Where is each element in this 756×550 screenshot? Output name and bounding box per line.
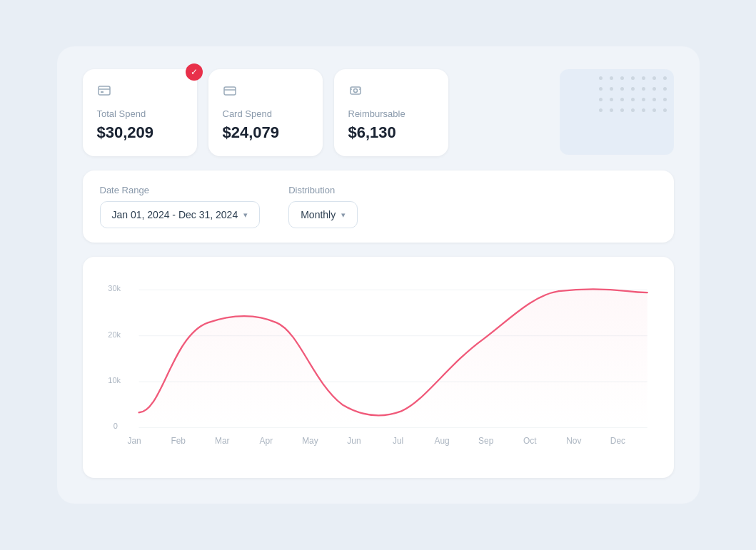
x-label-nov: Nov <box>566 437 581 447</box>
dot <box>610 87 613 91</box>
y-label-10k: 10k <box>108 376 121 385</box>
reimbursable-card[interactable]: Reimbursable $6,130 <box>334 69 448 156</box>
dot <box>599 76 603 80</box>
dot <box>652 98 656 101</box>
dot <box>642 76 645 80</box>
x-label-apr: Apr <box>259 437 273 447</box>
dot <box>642 98 645 101</box>
card-spend-label: Card Spend <box>223 108 306 119</box>
x-label-dec: Dec <box>610 437 625 447</box>
date-range-label: Date Range <box>100 185 261 195</box>
dot <box>620 98 624 101</box>
svg-rect-5 <box>351 87 361 94</box>
dot <box>620 87 624 91</box>
x-label-oct: Oct <box>523 437 537 447</box>
dot <box>599 108 603 112</box>
reimbursable-label: Reimbursable <box>348 108 431 119</box>
x-label-sep: Sep <box>478 437 494 447</box>
dot <box>663 98 667 101</box>
x-label-jan: Jan <box>127 437 141 447</box>
dot <box>610 98 613 101</box>
date-range-select[interactable]: Jan 01, 2024 - Dec 31, 2024 ▾ <box>100 201 261 228</box>
dot <box>663 108 667 112</box>
chevron-down-icon: ▾ <box>243 210 248 220</box>
total-spend-value: $30,209 <box>97 123 180 142</box>
dot <box>599 87 603 91</box>
date-range-value: Jan 01, 2024 - Dec 31, 2024 <box>112 209 238 220</box>
x-label-may: May <box>302 437 318 447</box>
svg-point-6 <box>353 89 357 93</box>
filter-panel: Date Range Jan 01, 2024 - Dec 31, 2024 ▾… <box>83 170 674 243</box>
dot <box>652 108 656 112</box>
date-range-group: Date Range Jan 01, 2024 - Dec 31, 2024 ▾ <box>100 185 261 228</box>
total-spend-card[interactable]: ✓ Total Spend $30,209 <box>83 69 197 156</box>
distribution-value: Monthly <box>301 209 336 220</box>
x-label-mar: Mar <box>214 437 229 447</box>
dashboard-container: ✓ Total Spend $30,209 Card Spend $24,079 <box>57 46 700 503</box>
chart-card: 30k 20k 10k 0 Jan Feb Mar Apr May Jun Ju… <box>83 257 674 477</box>
dot <box>631 76 635 80</box>
stats-section: ✓ Total Spend $30,209 Card Spend $24,079 <box>83 69 674 156</box>
card-spend-icon <box>223 83 306 101</box>
svg-rect-0 <box>99 86 110 95</box>
dot <box>652 87 656 91</box>
dot <box>610 76 613 80</box>
y-label-0: 0 <box>113 422 117 431</box>
distribution-select[interactable]: Monthly ▾ <box>288 201 358 228</box>
spend-chart: 30k 20k 10k 0 Jan Feb Mar Apr May Jun Ju… <box>103 277 654 460</box>
x-label-aug: Aug <box>434 437 449 447</box>
distribution-label: Distribution <box>288 185 358 195</box>
card-spend-card[interactable]: Card Spend $24,079 <box>208 69 323 156</box>
x-label-jun: Jun <box>347 437 361 447</box>
dot <box>631 108 635 112</box>
distribution-group: Distribution Monthly ▾ <box>288 185 358 228</box>
svg-rect-2 <box>101 91 104 93</box>
dot <box>663 76 667 80</box>
dot <box>642 108 645 112</box>
active-badge: ✓ <box>186 63 203 81</box>
chart-fill <box>138 290 647 428</box>
x-label-jul: Jul <box>392 437 403 447</box>
reimbursable-value: $6,130 <box>348 123 431 142</box>
total-spend-label: Total Spend <box>97 108 180 119</box>
dot <box>599 98 603 101</box>
x-label-feb: Feb <box>171 437 186 447</box>
dot <box>663 87 667 91</box>
dot <box>631 87 635 91</box>
dot <box>652 76 656 80</box>
dot <box>610 108 613 112</box>
reimbursable-icon <box>348 83 431 101</box>
dot <box>642 87 645 91</box>
dot <box>620 108 624 112</box>
chevron-down-icon: ▾ <box>341 210 346 220</box>
card-spend-value: $24,079 <box>223 123 306 142</box>
dot <box>620 76 624 80</box>
y-label-20k: 20k <box>108 330 121 339</box>
dot <box>631 98 635 101</box>
y-label-30k: 30k <box>108 285 121 293</box>
svg-rect-3 <box>224 87 236 95</box>
total-spend-icon <box>97 83 180 101</box>
